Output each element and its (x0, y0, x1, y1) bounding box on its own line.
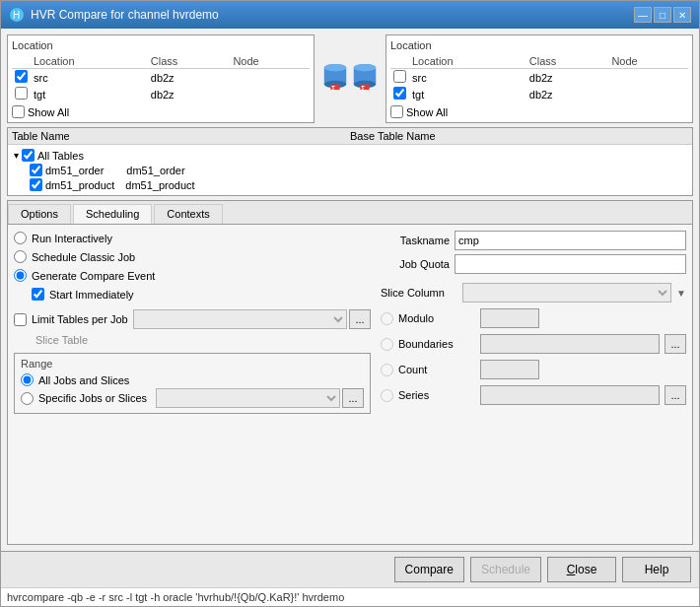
right-col-node: Node (608, 54, 688, 69)
left-loc-check-1[interactable] (15, 87, 28, 100)
modulo-label: Modulo (398, 312, 475, 324)
left-loc-name-1: tgt (31, 86, 148, 102)
range-group: Range All Jobs and Slices Specific Jobs … (14, 353, 371, 414)
radio-generate-compare-label: Generate Compare Event (32, 270, 155, 282)
left-show-all-check[interactable] (12, 105, 25, 118)
slice-column-row: Slice Column ▼ (381, 282, 686, 304)
title-bar: H HVR Compare for channel hvrdemo — □ ✕ (1, 1, 699, 29)
right-col-location: Location (409, 54, 526, 69)
right-loc-check-0[interactable] (393, 70, 406, 83)
table-name-0: dm51_order (45, 165, 104, 176)
right-loc-check-1[interactable] (393, 87, 406, 100)
radio-schedule-classic-input[interactable] (14, 250, 27, 263)
bottom-bar: Compare Schedule Close Help (1, 551, 699, 587)
target-db-icon: Σ (352, 62, 378, 92)
radio-run-interactively-label: Run Interactively (32, 233, 112, 244)
tab-scheduling[interactable]: Scheduling (73, 204, 152, 224)
slice-table-label: Slice Table (35, 334, 88, 346)
main-window: H HVR Compare for channel hvrdemo — □ ✕ … (0, 0, 700, 607)
tab-contexts[interactable]: Contexts (154, 204, 222, 224)
help-button[interactable]: Help (622, 557, 691, 582)
radio-schedule-classic-label: Schedule Classic Job (32, 251, 135, 263)
all-jobs-radio-row: All Jobs and Slices (21, 372, 364, 387)
job-quota-input[interactable] (455, 254, 686, 274)
all-jobs-radio[interactable] (21, 373, 34, 386)
left-loc-class-0: db2z (148, 69, 231, 87)
right-loc-row-0: src db2z (390, 69, 688, 87)
table-check-1[interactable] (30, 178, 42, 191)
status-bar: hvrcompare -qb -e -r src -l tgt -h oracl… (1, 587, 699, 606)
series-dots-btn: ... (665, 385, 686, 405)
count-radio (381, 364, 393, 376)
limit-tables-row: Limit Tables per Job ... (14, 309, 371, 329)
all-tables-check[interactable] (22, 149, 35, 162)
right-loc-name-1: tgt (409, 86, 526, 102)
series-radio (381, 389, 393, 402)
boundaries-input (480, 334, 660, 354)
all-jobs-label: All Jobs and Slices (38, 374, 129, 386)
left-loc-class-1: db2z (148, 86, 231, 102)
tabs-section: Options Scheduling Contexts Run Interact… (7, 200, 693, 545)
compare-button[interactable]: Compare (394, 557, 464, 582)
all-tables-label: All Tables (37, 150, 84, 162)
close-button[interactable]: ✕ (673, 7, 691, 23)
tab-bar: Options Scheduling Contexts (8, 201, 692, 225)
count-row: Count (381, 359, 686, 380)
tables-section: Table Name Base Table Name ▾ All Tables … (7, 127, 693, 196)
table-check-0[interactable] (30, 164, 42, 176)
right-show-all-check[interactable] (390, 105, 403, 118)
close-button-bottom[interactable]: Close (547, 557, 616, 582)
table-base-0: dm51_order (126, 165, 184, 176)
app-icon: H (9, 7, 25, 23)
top-section: Location Location Class Node src (7, 34, 693, 123)
table-row-1: dm51_product dm51_product (30, 177, 686, 192)
modulo-row: Modulo (381, 307, 686, 329)
radio-run-interactively-input[interactable] (14, 232, 27, 244)
main-content: Location Location Class Node src (1, 29, 699, 551)
table-tree: ▾ All Tables dm51_order dm51_order dm51_… (8, 145, 692, 195)
tab-content: Run Interactively Schedule Classic Job G… (8, 225, 692, 544)
maximize-button[interactable]: □ (654, 7, 671, 23)
tab-options[interactable]: Options (8, 204, 71, 224)
limit-tables-select-group: ... (133, 309, 371, 329)
range-label: Range (21, 358, 364, 370)
specific-jobs-dots-btn[interactable]: ... (342, 388, 364, 408)
right-loc-class-0: db2z (526, 69, 609, 87)
close-underline: Close (567, 563, 597, 576)
slice-column-label: Slice Column (381, 287, 457, 299)
svg-point-5 (324, 64, 347, 72)
left-col-node: Node (230, 54, 310, 69)
left-loc-check-0[interactable] (15, 70, 28, 83)
middle-icons: Σ Σ (320, 34, 380, 123)
minimize-button[interactable]: — (634, 7, 652, 23)
limit-tables-dots-btn: ... (349, 309, 371, 329)
window-controls: — □ ✕ (634, 7, 691, 23)
limit-tables-check[interactable] (14, 313, 27, 326)
start-immediately-label: Start Immediately (49, 289, 134, 301)
radio-run-interactively: Run Interactively (14, 231, 371, 245)
radio-generate-compare-input[interactable] (14, 269, 27, 282)
right-loc-node-0 (608, 69, 688, 87)
db-icons: Σ Σ (322, 62, 378, 92)
job-quota-row: Job Quota (381, 254, 686, 274)
table-row-0: dm51_order dm51_order (30, 163, 686, 177)
right-loc-name-0: src (409, 69, 526, 87)
table-col2: Base Table Name (350, 130, 688, 142)
left-location-box: Location Location Class Node src (7, 34, 315, 123)
right-loc-node-1 (608, 86, 688, 102)
count-input (480, 360, 539, 379)
specific-jobs-select (156, 388, 340, 408)
right-location-box: Location Location Class Node src (385, 34, 693, 123)
series-label: Series (398, 389, 475, 401)
schedule-button[interactable]: Schedule (470, 557, 541, 582)
specific-jobs-radio[interactable] (21, 392, 34, 405)
table-col1: Table Name (12, 130, 350, 142)
taskname-input[interactable] (455, 231, 686, 250)
boundaries-row: Boundaries ... (381, 333, 686, 355)
left-location-title: Location (12, 39, 310, 51)
right-location-table: Location Class Node src db2z (390, 54, 688, 102)
start-immediately-check[interactable] (32, 288, 44, 301)
right-show-all-label: Show All (406, 106, 448, 118)
left-show-all-label: Show All (28, 106, 69, 118)
left-location-table: Location Class Node src db2z (12, 54, 310, 102)
